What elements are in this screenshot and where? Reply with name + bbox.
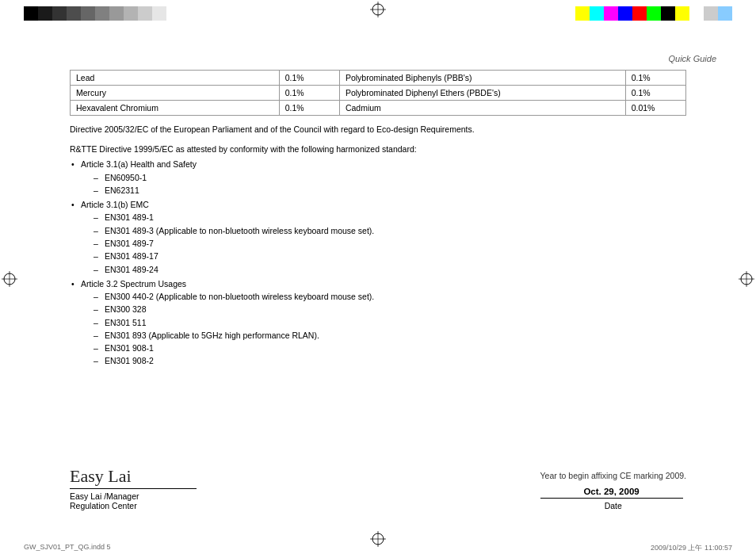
rtte-intro: R&TTE Directive 1999/5/EC as attested by… [70,143,686,155]
footer-bar: GW_SJV01_PT_QG.indd 5 2009/10/29 上午 11:0… [24,543,732,553]
percent2-cell: 0.1% [625,71,685,86]
percent2-cell: 0.01% [625,101,685,116]
sub-list-item: EN301 489-7 [94,237,686,250]
sub-list-item: EN301 489-1 [94,211,686,224]
bullet-list: Article 3.1(a) Health and SafetyEN60950-… [70,158,686,367]
bullet-item: Article 3.2 Spectrum UsagesEN300 440-2 (… [70,277,686,368]
percent2-cell: 0.1% [625,86,685,101]
main-content: Lead0.1%Polybrominated Biphenyls (PBB's)… [70,70,686,526]
reg-mark-right [739,271,754,287]
sub-list-item: EN301 489-17 [94,250,686,262]
date-value: Oct. 29, 2009 [540,487,683,499]
substance2-cell: Polybrominated Biphenyls (PBB's) [339,71,625,86]
sub-list-item: EN301 908-1 [94,342,686,354]
sub-list-item: EN60950-1 [94,171,686,184]
substance-cell: Lead [71,71,280,86]
signature-script: Easy Lai [70,466,197,487]
percent-cell: 0.1% [279,101,339,116]
percent-cell: 0.1% [279,71,339,86]
sub-list: EN300 440-2 (Applicable to non-bluetooth… [81,290,686,368]
sub-list: EN60950-1EN62311 [81,171,686,197]
sub-list-item: EN62311 [94,184,686,197]
signature-line [70,488,197,489]
sub-list-item: EN300 328 [94,303,686,315]
table-row: Mercury0.1%Polybrominated Diphenyl Ether… [71,86,686,101]
sub-list-item: EN301 489-3 (Applicable to non-bluetooth… [94,224,686,237]
sub-list: EN301 489-1EN301 489-3 (Applicable to no… [81,211,686,275]
sub-list-item: EN301 511 [94,316,686,329]
table-row: Hexavalent Chromium0.1%Cadmium0.01% [71,101,686,116]
reg-mark-left [2,271,17,287]
footer-right: 2009/10/29 上午 11:00:57 [651,543,732,553]
ce-year-text: Year to begin affixing CE marking 2009. [540,471,686,480]
color-bar-right [575,6,732,21]
table-row: Lead0.1%Polybrominated Biphenyls (PBB's)… [71,71,686,86]
sub-list-item: EN301 893 (Applicable to 5GHz high perfo… [94,329,686,342]
date-block: Year to begin affixing CE marking 2009. … [540,471,686,510]
signature-block: Easy Lai Easy Lai /Manager Regulation Ce… [70,466,197,510]
substance-cell: Hexavalent Chromium [71,101,280,116]
bullet-item: Article 3.1(a) Health and SafetyEN60950-… [70,158,686,197]
substance2-cell: Polybrominated Diphenyl Ethers (PBDE's) [339,86,625,101]
bottom-section: Easy Lai Easy Lai /Manager Regulation Ce… [70,466,686,510]
date-label: Date [540,501,686,510]
sub-list-item: EN300 440-2 (Applicable to non-bluetooth… [94,290,686,303]
percent-cell: 0.1% [279,86,339,101]
directive-text: Directive 2005/32/EC of the European Par… [70,124,686,136]
substance-cell: Mercury [71,86,280,101]
color-bar-left [24,6,181,21]
compliance-table: Lead0.1%Polybrominated Biphenyls (PBB's)… [70,70,686,116]
signature-name: Easy Lai /Manager [70,491,197,501]
sub-list-item: EN301 908-2 [94,354,686,367]
sub-list-item: EN301 489-24 [94,263,686,276]
bullet-item: Article 3.1(b) EMCEN301 489-1EN301 489-3… [70,198,686,276]
footer-left: GW_SJV01_PT_QG.indd 5 [24,543,111,553]
signature-role: Regulation Center [70,501,197,510]
page-title: Quick Guide [668,54,716,63]
substance2-cell: Cadmium [339,101,625,116]
reg-mark-top [370,2,386,17]
